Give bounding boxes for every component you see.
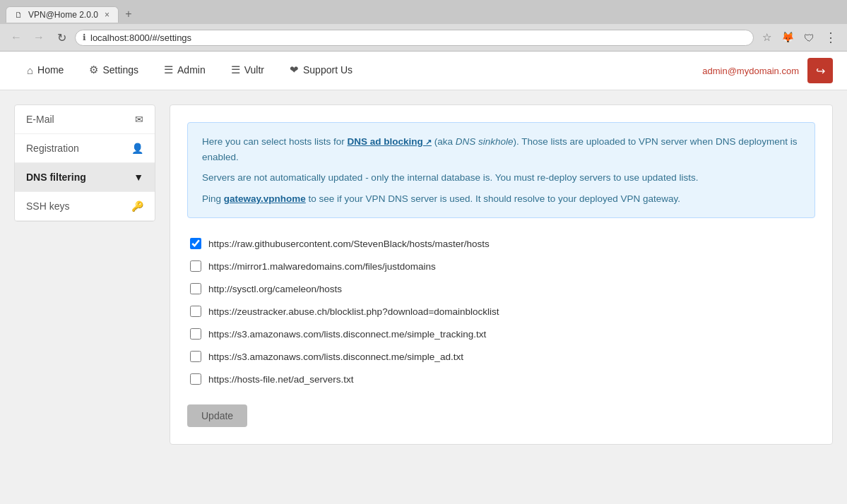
- home-icon: ⌂: [27, 64, 33, 76]
- nav-home-label: Home: [37, 64, 64, 76]
- dns-checkbox-3[interactable]: [190, 306, 201, 317]
- list-item: https://raw.githubusercontent.com/Steven…: [187, 232, 815, 255]
- nav-settings-label: Settings: [102, 64, 138, 76]
- sidebar: E-Mail ✉ Registration 👤 DNS filtering ▼ …: [14, 104, 155, 222]
- dns-url-label: https://hosts-file.net/ad_servers.txt: [208, 374, 354, 385]
- dns-checkbox-1[interactable]: [190, 260, 201, 272]
- tab-close-button[interactable]: ×: [105, 10, 109, 20]
- info-line-3: Ping gateway.vpnhome to see if your VPN …: [202, 191, 800, 207]
- info-line1-text: Here you can select hosts lists for: [202, 136, 348, 147]
- nav-vultr[interactable]: ☰ Vultr: [218, 52, 277, 90]
- app-header: ⌂ Home ⚙ Settings ☰ Admin ☰ Vultr ❤ Supp…: [0, 52, 847, 90]
- list-item: https://s3.amazonaws.com/lists.disconnec…: [187, 345, 815, 368]
- nav-support-label: Support Us: [303, 64, 353, 76]
- url-box[interactable]: ℹ: [75, 30, 754, 46]
- dns-checkbox-2[interactable]: [190, 283, 201, 294]
- forward-button[interactable]: →: [30, 28, 48, 47]
- sidebar-item-dns[interactable]: DNS filtering ▼: [15, 163, 155, 192]
- dns-url-label: https://raw.githubusercontent.com/Steven…: [208, 239, 490, 249]
- info-ping-text: Ping: [202, 193, 224, 204]
- person-icon: 👤: [131, 143, 143, 154]
- list-item: https://zeustracker.abuse.ch/blocklist.p…: [187, 300, 815, 323]
- sidebar-ssh-label: SSH keys: [26, 200, 69, 212]
- dns-url-label: https://mirror1.malwaredomains.com/files…: [208, 261, 436, 272]
- tab-title: VPN@Home 2.0.0: [28, 10, 98, 20]
- dns-checkbox-4[interactable]: [190, 328, 201, 340]
- info-box: Here you can select hosts lists for DNS …: [187, 122, 815, 218]
- sidebar-item-ssh[interactable]: SSH keys 🔑: [15, 192, 155, 221]
- user-email-link[interactable]: admin@mydomain.com: [702, 66, 799, 76]
- dns-url-label: https://zeustracker.abuse.ch/blocklist.p…: [208, 306, 499, 317]
- sidebar-email-label: E-Mail: [26, 114, 54, 125]
- reload-button[interactable]: ↻: [52, 28, 71, 47]
- sidebar-registration-label: Registration: [26, 143, 79, 154]
- extension-button-1[interactable]: 🦊: [779, 29, 796, 46]
- main-content: Here you can select hosts lists for DNS …: [170, 104, 833, 499]
- dns-url-label: https://s3.amazonaws.com/lists.disconnec…: [208, 329, 486, 340]
- app-body: E-Mail ✉ Registration 👤 DNS filtering ▼ …: [0, 90, 847, 504]
- info-ping-end: to see if your VPN DNS server is used. I…: [309, 193, 681, 204]
- active-tab: 🗋 VPN@Home 2.0.0 ×: [6, 6, 119, 23]
- address-bar: ← → ↻ ℹ ☆ 🦊 🛡 ⋮: [0, 24, 847, 51]
- main-nav: ⌂ Home ⚙ Settings ☰ Admin ☰ Vultr ❤ Supp…: [14, 52, 702, 90]
- sidebar-item-registration[interactable]: Registration 👤: [15, 134, 155, 163]
- vultr-icon: ☰: [231, 64, 240, 76]
- list-item: http://sysctl.org/cameleon/hosts: [187, 277, 815, 300]
- support-icon: ❤: [290, 64, 299, 76]
- tab-page-icon: 🗋: [15, 11, 23, 19]
- back-button[interactable]: ←: [7, 28, 25, 47]
- dns-checkbox-6[interactable]: [190, 373, 201, 385]
- dns-blocklist: https://raw.githubusercontent.com/Steven…: [187, 232, 815, 390]
- filter-icon: ▼: [134, 172, 143, 183]
- tab-bar: 🗋 VPN@Home 2.0.0 × +: [0, 0, 847, 24]
- url-input[interactable]: [90, 32, 746, 43]
- nav-vultr-label: Vultr: [244, 64, 264, 76]
- browser-chrome: 🗋 VPN@Home 2.0.0 × + ← → ↻ ℹ ☆ 🦊 🛡 ⋮: [0, 0, 847, 52]
- gateway-link[interactable]: gateway.vpnhome: [224, 193, 306, 204]
- update-button[interactable]: Update: [187, 404, 247, 427]
- nav-support[interactable]: ❤ Support Us: [277, 52, 365, 90]
- dns-url-label: http://sysctl.org/cameleon/hosts: [208, 284, 342, 294]
- nav-admin-label: Admin: [177, 64, 206, 76]
- lock-icon: ℹ: [83, 32, 86, 42]
- settings-icon: ⚙: [89, 64, 98, 76]
- nav-settings[interactable]: ⚙ Settings: [76, 52, 151, 90]
- dns-url-label: https://s3.amazonaws.com/lists.disconnec…: [208, 352, 463, 362]
- list-item: https://hosts-file.net/ad_servers.txt: [187, 368, 815, 390]
- nav-home[interactable]: ⌂ Home: [14, 52, 76, 90]
- dns-checkbox-0[interactable]: [190, 238, 201, 249]
- content-card: Here you can select hosts lists for DNS …: [170, 104, 833, 445]
- bookmark-button[interactable]: ☆: [758, 29, 775, 46]
- info-line-2: Servers are not automatically updated - …: [202, 170, 800, 186]
- sidebar-item-email[interactable]: E-Mail ✉: [15, 105, 155, 134]
- new-tab-button[interactable]: +: [119, 4, 138, 24]
- list-item: https://mirror1.malwaredomains.com/files…: [187, 255, 815, 277]
- logout-button[interactable]: ↪: [807, 58, 833, 83]
- browser-menu-button[interactable]: ⋮: [822, 28, 840, 47]
- nav-admin[interactable]: ☰ Admin: [151, 52, 218, 90]
- email-icon: ✉: [135, 114, 143, 125]
- dns-checkbox-5[interactable]: [190, 351, 201, 362]
- admin-icon: ☰: [164, 64, 173, 76]
- info-line-1: Here you can select hosts lists for DNS …: [202, 134, 800, 164]
- list-item: https://s3.amazonaws.com/lists.disconnec…: [187, 323, 815, 345]
- key-icon: 🔑: [131, 200, 143, 212]
- sidebar-dns-label: DNS filtering: [26, 172, 86, 183]
- extension-button-2[interactable]: 🛡: [800, 29, 817, 46]
- dns-ad-blocking-link[interactable]: DNS ad blocking: [348, 136, 432, 147]
- logout-icon: ↪: [816, 64, 825, 78]
